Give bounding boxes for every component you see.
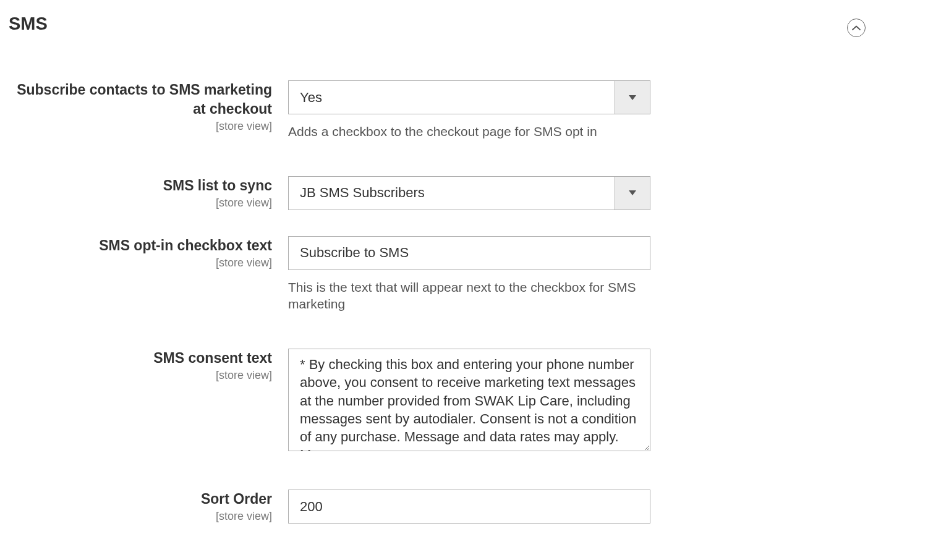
field-label: SMS opt-in checkbox text xyxy=(9,236,272,255)
select-value: JB SMS Subscribers xyxy=(289,177,615,210)
field-list: SMS list to sync [store view] JB SMS Sub… xyxy=(9,176,932,210)
label-col: Subscribe contacts to SMS marketing at c… xyxy=(9,80,288,133)
field-help: Adds a checkbox to the checkout page for… xyxy=(288,123,650,140)
section-title: SMS xyxy=(9,14,48,34)
select-arrow xyxy=(615,177,650,210)
label-col: SMS opt-in checkbox text [store view] xyxy=(9,236,288,269)
field-scope: [store view] xyxy=(9,257,272,269)
field-sort-order: Sort Order [store view] xyxy=(9,490,932,524)
control-col xyxy=(288,349,650,454)
field-checkbox-text: SMS opt-in checkbox text [store view] Th… xyxy=(9,236,932,313)
list-select[interactable]: JB SMS Subscribers xyxy=(288,176,650,210)
caret-down-icon xyxy=(629,190,636,195)
field-label: Subscribe contacts to SMS marketing at c… xyxy=(9,80,272,119)
caret-down-icon xyxy=(629,95,636,100)
control-col: JB SMS Subscribers xyxy=(288,176,650,210)
subscribe-select[interactable]: Yes xyxy=(288,80,650,114)
label-col: SMS list to sync [store view] xyxy=(9,176,288,210)
select-arrow xyxy=(615,81,650,114)
label-col: Sort Order [store view] xyxy=(9,490,288,523)
field-scope: [store view] xyxy=(9,369,272,382)
field-scope: [store view] xyxy=(9,510,272,523)
field-label: SMS consent text xyxy=(9,349,272,368)
sms-config-section: SMS Subscribe contacts to SMS marketing … xyxy=(0,0,941,548)
chevron-up-icon xyxy=(852,25,861,31)
control-col: Yes Adds a checkbox to the checkout page… xyxy=(288,80,650,140)
field-subscribe: Subscribe contacts to SMS marketing at c… xyxy=(9,80,932,140)
consent-textarea[interactable] xyxy=(288,349,650,451)
field-scope: [store view] xyxy=(9,120,272,133)
field-consent: SMS consent text [store view] xyxy=(9,349,932,454)
checkbox-text-input[interactable] xyxy=(288,236,650,270)
field-help: This is the text that will appear next t… xyxy=(288,279,650,313)
section-header: SMS xyxy=(9,11,932,45)
sort-order-input[interactable] xyxy=(288,490,650,524)
field-label: Sort Order xyxy=(9,490,272,509)
select-value: Yes xyxy=(289,81,615,114)
control-col xyxy=(288,490,650,524)
collapse-toggle-button[interactable] xyxy=(847,19,866,37)
label-col: SMS consent text [store view] xyxy=(9,349,288,382)
form-area: Subscribe contacts to SMS marketing at c… xyxy=(9,45,932,524)
field-label: SMS list to sync xyxy=(9,176,272,195)
field-scope: [store view] xyxy=(9,197,272,210)
control-col: This is the text that will appear next t… xyxy=(288,236,650,313)
